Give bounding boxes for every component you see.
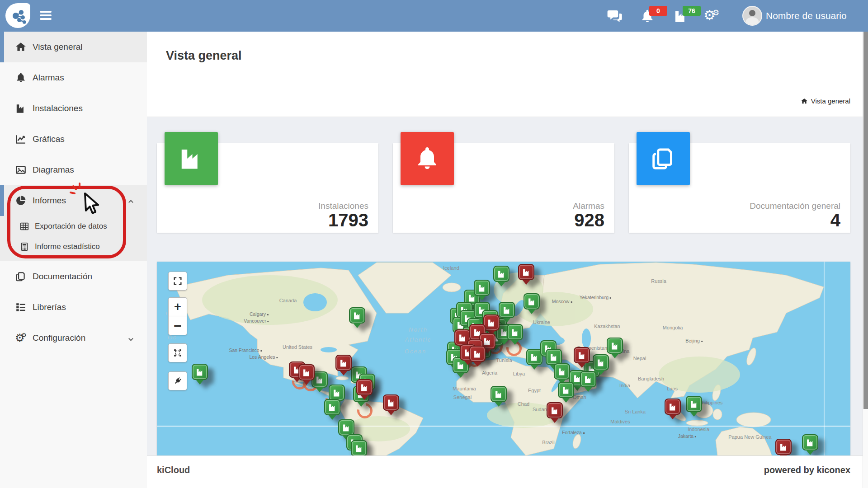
map-marker-green[interactable]: [491, 386, 507, 402]
footer-powered-by: powered by kiconex: [764, 465, 850, 475]
sidebar-item-vista-general[interactable]: Vista general: [0, 32, 147, 62]
list-icon: [15, 301, 27, 313]
map-marker-green[interactable]: [338, 419, 354, 436]
sidebar-item-informes[interactable]: Informes: [0, 185, 147, 216]
home-icon: [801, 98, 808, 105]
map-ocean-label: North: [409, 326, 428, 333]
molecule-icon: [9, 7, 27, 24]
chevron-down-icon: [127, 335, 134, 342]
map-fit-bounds-button[interactable]: [168, 343, 187, 362]
map-marker-red[interactable]: [383, 394, 399, 411]
stat-card-label: Instalaciones: [318, 201, 368, 211]
map-marker-red[interactable]: [518, 264, 534, 280]
map-country-label: Senegal: [453, 394, 472, 400]
map-country-label: Chad: [518, 401, 529, 407]
main-content: Instalaciones1793Alarmas928Documentación…: [147, 117, 863, 455]
map-marker-red[interactable]: [356, 379, 373, 395]
breadcrumb-label: Vista general: [811, 97, 850, 105]
menu-toggle-button[interactable]: [40, 11, 52, 21]
sidebar-item-documentacion[interactable]: Documentación: [0, 261, 147, 292]
sidebar-item-librerias[interactable]: Librerías: [0, 292, 147, 323]
equator-line: [157, 426, 850, 427]
map-marker-green[interactable]: [607, 338, 623, 354]
map-fullscreen-button[interactable]: [168, 272, 187, 291]
avatar[interactable]: [742, 6, 762, 26]
map-marker-red[interactable]: [574, 347, 590, 363]
map-connections-button[interactable]: [168, 371, 187, 390]
footer-brand: kiCloud: [157, 465, 190, 475]
page-header: Vista general Vista general: [147, 32, 863, 117]
map-country-label: Russia: [651, 278, 666, 284]
map-marker-red[interactable]: [665, 399, 681, 415]
scrollbar-thumb[interactable]: [863, 32, 868, 409]
map-marker-green[interactable]: [686, 396, 702, 412]
map-marker-red[interactable]: [483, 314, 500, 331]
plug-icon: [173, 376, 183, 386]
map-country-label: Papua New Guinea: [728, 434, 771, 440]
map-marker-red[interactable]: [335, 355, 352, 371]
sidebar-item-graficas[interactable]: Gráficas: [0, 124, 147, 155]
copy-icon: [15, 271, 27, 282]
user-name[interactable]: Nombre de usuario: [766, 0, 847, 32]
installations-map[interactable]: CanadaUnited StatesIcelandRussiaUkraineK…: [157, 262, 850, 455]
messages-button[interactable]: [607, 9, 623, 24]
meridian-line: [824, 262, 825, 455]
map-marker-green[interactable]: [324, 399, 340, 415]
copy-icon: [637, 132, 690, 185]
settings-button[interactable]: ⚙⚙: [703, 6, 716, 24]
sidebar-item-label: Gráficas: [33, 134, 65, 144]
map-zoom-out-button[interactable]: −: [168, 316, 187, 335]
alarms-notification-button[interactable]: 0: [640, 9, 655, 24]
map-marker-green[interactable]: [474, 280, 490, 296]
page-scrollbar[interactable]: [863, 32, 868, 488]
bell-icon: [401, 132, 454, 185]
map-city-label: Moscow: [552, 299, 572, 304]
kiconex-logo[interactable]: [5, 3, 30, 28]
map-marker-red[interactable]: [775, 439, 792, 455]
sidebar-item-instalaciones[interactable]: Instalaciones: [0, 93, 147, 124]
stat-card-instalaciones[interactable]: Instalaciones1793: [157, 143, 378, 233]
map-marker-red[interactable]: [469, 346, 486, 362]
map-marker-green[interactable]: [351, 440, 367, 455]
map-marker-green[interactable]: [507, 324, 523, 340]
map-country-label: Sudan: [533, 407, 547, 412]
map-country-label: Mongolia: [663, 325, 683, 330]
map-zoom-in-button[interactable]: +: [168, 297, 187, 316]
map-ocean-label: Ocean: [405, 348, 426, 355]
sidebar-item-configuracion[interactable]: ⚙⚙Configuración: [0, 323, 147, 353]
sidebar-item-label: Documentación: [33, 272, 92, 282]
map-marker-green[interactable]: [192, 364, 208, 380]
map-country-label: Laos: [667, 386, 678, 391]
stat-card-value: 1793: [328, 210, 368, 230]
breadcrumb[interactable]: Vista general: [801, 97, 850, 105]
gears-icon: ⚙⚙: [703, 7, 716, 23]
map-marker-green[interactable]: [493, 266, 509, 282]
sidebar-item-diagramas[interactable]: Diagramas: [0, 155, 147, 185]
map-marker-green[interactable]: [554, 363, 570, 380]
gears-icon: ⚙⚙: [15, 332, 27, 344]
sidebar-item-label: Exportación de datos: [35, 222, 107, 231]
map-marker-green[interactable]: [546, 349, 562, 365]
sidebar-item-informe-estadistico[interactable]: Informe estadístico: [0, 236, 147, 257]
map-country-label: Iceland: [443, 265, 459, 271]
map-marker-green[interactable]: [349, 307, 365, 324]
map-marker-green[interactable]: [593, 354, 609, 371]
map-marker-red[interactable]: [547, 402, 563, 418]
map-city-label: Vancouver: [244, 318, 269, 324]
stat-card-alarmas[interactable]: Alarmas928: [393, 143, 614, 233]
map-marker-red[interactable]: [298, 364, 315, 380]
map-city-label: Calgary: [250, 311, 269, 317]
factory-icon: [165, 132, 218, 185]
sidebar-item-exportacion-de-datos[interactable]: Exportación de datos: [0, 216, 147, 236]
sidebar-item-alarmas[interactable]: Alarmas: [0, 62, 147, 93]
installations-notification-button[interactable]: 76: [673, 9, 689, 24]
map-marker-green[interactable]: [524, 293, 540, 310]
map-marker-green[interactable]: [329, 385, 345, 401]
top-bar: 0 76 ⚙⚙ Nombre de usuario: [0, 0, 868, 32]
map-marker-green[interactable]: [558, 382, 574, 398]
stat-card-documentaci-n-general[interactable]: Documentación general4: [629, 143, 850, 233]
map-marker-green[interactable]: [802, 434, 818, 450]
map-marker-green[interactable]: [499, 302, 515, 318]
map-country-label: Indonesia: [688, 427, 709, 432]
map-marker-green[interactable]: [580, 371, 596, 387]
